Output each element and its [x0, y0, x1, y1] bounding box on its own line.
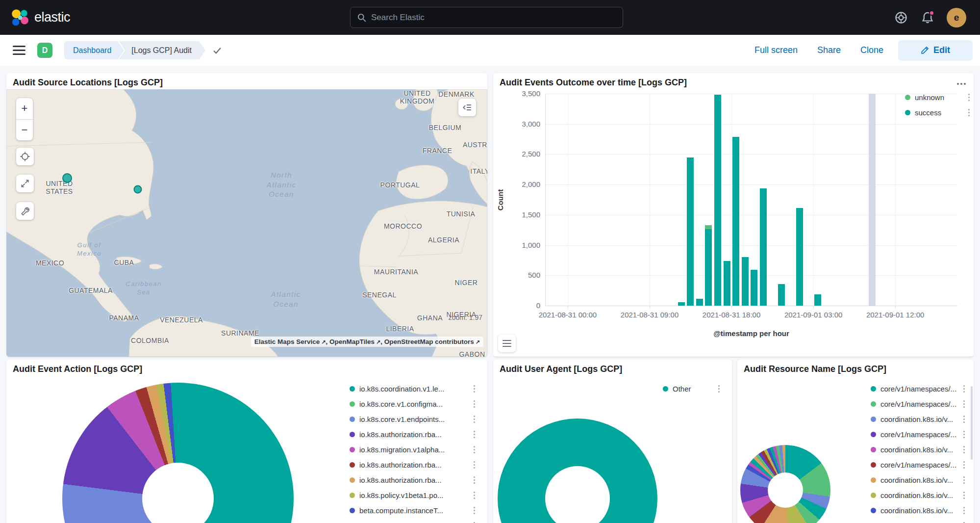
legend-actions-icon[interactable]: [474, 403, 475, 405]
bar-success[interactable]: [742, 257, 749, 306]
donut-chart-event-action[interactable]: [62, 383, 294, 523]
legend-actions-icon[interactable]: [963, 495, 965, 496]
breadcrumb-dashboard[interactable]: Dashboard: [64, 41, 124, 59]
clone-button[interactable]: Clone: [860, 45, 883, 55]
legend-item[interactable]: coordination.k8s.io/...: [871, 518, 968, 523]
legend-actions-icon[interactable]: [963, 388, 965, 390]
legend-item[interactable]: core/v1/namespaces/...: [871, 396, 968, 412]
bar-success[interactable]: [760, 188, 767, 306]
panel-title[interactable]: Audit Event Action [Logs GCP]: [13, 364, 142, 374]
legend-item[interactable]: Other: [663, 381, 723, 396]
legend-toggle-button[interactable]: [498, 335, 516, 352]
map-attribution-link[interactable]: OpenMapTiles↗: [329, 338, 380, 345]
map-attribution-link[interactable]: OpenStreetMap contributors↗: [384, 338, 480, 345]
zoom-in-button[interactable]: +: [16, 98, 33, 119]
legend-item[interactable]: coordination.k8s.io/v...: [871, 412, 968, 427]
legend-actions-icon[interactable]: [474, 479, 475, 481]
brand-name: elastic: [34, 10, 70, 25]
legend-actions-icon[interactable]: [968, 112, 970, 113]
bar-success[interactable]: [778, 284, 785, 306]
legend-item[interactable]: beta.compute.instanceT...: [350, 503, 478, 518]
user-avatar[interactable]: e: [947, 8, 966, 27]
legend-actions-icon[interactable]: [963, 510, 965, 511]
bar-success[interactable]: [724, 261, 730, 306]
bar-success[interactable]: [696, 299, 703, 306]
bar-success[interactable]: [687, 157, 694, 306]
zoom-out-button[interactable]: −: [16, 120, 33, 141]
bar-success[interactable]: [751, 270, 757, 306]
legend-item[interactable]: io.k8s.authorization.rba...: [350, 457, 478, 472]
space-avatar[interactable]: D: [37, 43, 52, 58]
notifications-button[interactable]: [920, 10, 935, 25]
legend-item[interactable]: coordination.k8s.io/v...: [871, 472, 968, 488]
edit-button[interactable]: Edit: [898, 40, 973, 61]
breadcrumb-current-page[interactable]: [Logs GCP] Audit: [119, 41, 205, 59]
legend-item[interactable]: unknown: [905, 90, 973, 105]
legend-actions-icon[interactable]: [963, 464, 965, 466]
legend-actions-icon[interactable]: [474, 495, 475, 496]
bar-success[interactable]: [678, 302, 685, 306]
legend-actions-icon[interactable]: [474, 510, 475, 511]
legend-item[interactable]: io.k8s.authorization.rba...: [350, 472, 478, 488]
bar-success[interactable]: [732, 137, 739, 306]
legend-item[interactable]: io.k8s.core.v1.configma...: [350, 396, 478, 412]
map-country-label: DENMARK: [438, 90, 475, 98]
outcome-bar-chart[interactable]: Count @timestamp per hour unknownsuccess…: [493, 73, 974, 357]
legend-item[interactable]: io.k8s.migration.v1alpha...: [350, 442, 478, 457]
map-data-point[interactable]: [62, 173, 72, 183]
search-input[interactable]: [371, 13, 616, 23]
legend-actions-icon[interactable]: [968, 97, 970, 98]
bar-success[interactable]: [705, 229, 712, 306]
donut-chart-user-agent[interactable]: [498, 418, 657, 523]
collapse-legend-button[interactable]: [458, 99, 476, 116]
menu-button[interactable]: [12, 43, 26, 58]
legend-label: Other: [673, 385, 691, 393]
donut-chart-resource-name[interactable]: [740, 445, 830, 523]
legend-item[interactable]: success: [905, 105, 973, 120]
fit-to-data-button[interactable]: [16, 175, 34, 192]
panel-title[interactable]: Audit Resource Name [Logs GCP]: [744, 364, 886, 374]
legend-item[interactable]: core/v1/namespaces/...: [871, 381, 968, 396]
legend-scrollbar[interactable]: [971, 386, 973, 460]
panel-title[interactable]: Audit Source Locations [Logs GCP]: [13, 78, 163, 88]
panel-title[interactable]: Audit User Agent [Logs GCP]: [500, 364, 622, 374]
set-view-button[interactable]: [16, 148, 34, 165]
elastic-logo[interactable]: [11, 9, 28, 26]
legend-actions-icon[interactable]: [963, 434, 965, 435]
bar-success[interactable]: [796, 208, 803, 306]
legend-actions-icon[interactable]: [474, 449, 475, 450]
map-attribution-link[interactable]: Elastic Maps Service↗: [254, 338, 326, 345]
map-data-point[interactable]: [134, 185, 142, 194]
legend-actions-icon[interactable]: [474, 434, 475, 435]
hamburger-icon: [13, 50, 25, 51]
bar-unknown[interactable]: [705, 225, 712, 230]
share-button[interactable]: Share: [817, 45, 841, 55]
legend-item[interactable]: coordination.k8s.io/v...: [871, 488, 968, 503]
legend-actions-icon[interactable]: [963, 418, 965, 420]
map-labels-layer: UNITED KINGDOMDENMARKBELGIUMFRANCEAUSTRI…: [6, 89, 487, 357]
legend-item[interactable]: core/v1/namespaces/...: [871, 427, 968, 442]
legend-label: unknown: [915, 93, 944, 102]
bar-success[interactable]: [814, 294, 821, 306]
legend-actions-icon[interactable]: [963, 479, 965, 481]
full-screen-button[interactable]: Full screen: [754, 45, 798, 55]
map-canvas[interactable]: UNITED KINGDOMDENMARKBELGIUMFRANCEAUSTRI…: [6, 89, 487, 357]
global-search[interactable]: [350, 7, 623, 28]
legend-actions-icon[interactable]: [474, 388, 475, 390]
legend-actions-icon[interactable]: [718, 388, 720, 390]
legend-item[interactable]: io.k8s.coordination.v1.le...: [350, 381, 478, 396]
legend-item[interactable]: coordination.k8s.io/v...: [871, 442, 968, 457]
legend-actions-icon[interactable]: [963, 403, 965, 405]
legend-actions-icon[interactable]: [963, 449, 965, 450]
legend-actions-icon[interactable]: [474, 418, 475, 420]
legend-item[interactable]: io.k8s.authorization.rba...: [350, 427, 478, 442]
map-tools-button[interactable]: [16, 202, 34, 220]
legend-item[interactable]: io.k8s.policy.v1beta1.po...: [350, 488, 478, 503]
help-button[interactable]: [894, 10, 908, 25]
bar-success[interactable]: [714, 95, 721, 306]
legend-actions-icon[interactable]: [474, 464, 475, 466]
legend-item[interactable]: coordination.k8s.io/v...: [871, 503, 968, 518]
legend-item[interactable]: google.iam.v1...: [350, 518, 478, 523]
legend-item[interactable]: core/v1/namespaces/...: [871, 457, 968, 472]
legend-item[interactable]: io.k8s.core.v1.endpoints...: [350, 412, 478, 427]
